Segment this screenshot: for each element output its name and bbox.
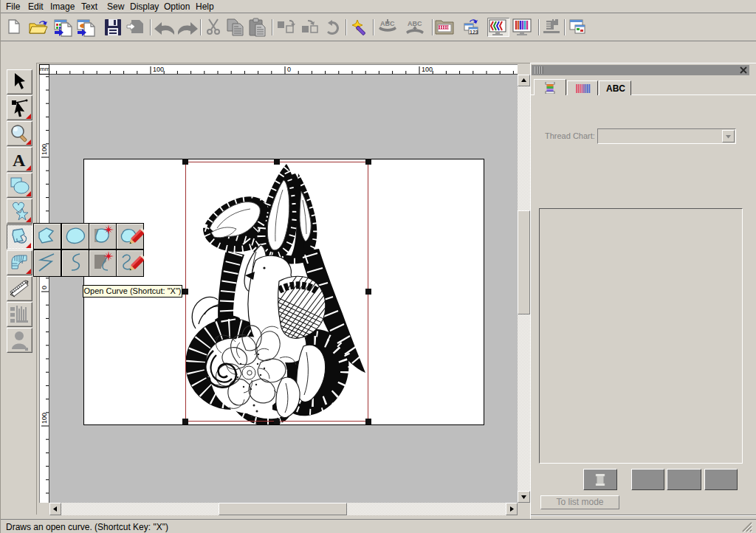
- svg-text:100: 100: [153, 66, 164, 73]
- svg-text:A: A: [13, 151, 26, 170]
- svg-text:0: 0: [287, 66, 291, 73]
- svg-text:100: 100: [41, 413, 48, 424]
- svg-text:100: 100: [41, 144, 48, 155]
- svg-text:123: 123: [470, 30, 478, 35]
- svg-text:100: 100: [422, 66, 433, 73]
- svg-text:0: 0: [41, 286, 48, 289]
